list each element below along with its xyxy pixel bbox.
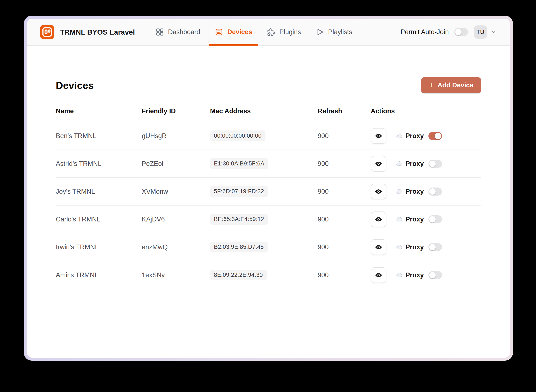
proxy-label: Proxy	[405, 160, 424, 168]
devices-table: Name Friendly ID Mac Address Refresh Act…	[56, 107, 481, 289]
eye-icon	[375, 132, 383, 140]
proxy-toggle[interactable]	[428, 243, 442, 251]
proxy-label: Proxy	[405, 188, 424, 195]
table-row: Carlo's TRMNL KAjDV6 BE:65:3A:E4:59:12 9…	[56, 205, 481, 233]
device-refresh: 900	[318, 243, 371, 251]
column-header-mac-address: Mac Address	[210, 107, 318, 115]
grid-icon	[155, 28, 164, 37]
page-content: Devices + Add Device Name Friendly ID Ma…	[27, 46, 510, 358]
view-device-button[interactable]	[371, 184, 386, 199]
user-initials: TU	[476, 29, 484, 35]
toggle-knob	[429, 188, 436, 195]
cloud-icon	[396, 215, 403, 223]
view-device-button[interactable]	[371, 211, 386, 227]
cloud-icon	[396, 132, 403, 140]
proxy-toggle[interactable]	[428, 215, 442, 223]
device-friendly-id: PeZEol	[142, 160, 210, 168]
table-row: Ben's TRMNL gUHsgR 00:00:00:00:00:00 900…	[56, 122, 481, 150]
add-device-button[interactable]: + Add Device	[421, 77, 481, 93]
device-friendly-id: enzMwQ	[142, 243, 210, 251]
mac-address-badge: BE:65:3A:E4:59:12	[210, 214, 268, 225]
eye-icon	[375, 215, 383, 223]
mac-address-badge: 8E:09:22:2E:94:30	[210, 270, 267, 280]
device-friendly-id: 1exSNv	[142, 271, 210, 279]
eye-icon	[375, 271, 383, 279]
eye-icon	[375, 160, 383, 168]
device-refresh: 900	[318, 188, 371, 195]
cloud-icon	[396, 243, 403, 251]
toggle-knob	[429, 216, 436, 223]
column-header-friendly-id: Friendly ID	[142, 107, 210, 115]
device-refresh: 900	[318, 215, 371, 223]
puzzle-icon	[267, 28, 276, 37]
trmnl-logo-icon	[40, 25, 54, 39]
proxy-label: Proxy	[405, 215, 424, 223]
device-friendly-id: KAjDV6	[142, 215, 210, 223]
device-name: Irwin's TRMNL	[56, 243, 142, 251]
permit-auto-join-toggle[interactable]	[454, 28, 468, 36]
nav-label: Playlists	[328, 28, 352, 36]
cloud-icon	[396, 160, 403, 168]
user-avatar[interactable]: TU	[474, 25, 487, 39]
device-name: Carlo's TRMNL	[56, 215, 142, 223]
cloud-icon	[396, 188, 403, 195]
device-friendly-id: gUHsgR	[142, 132, 210, 140]
table-row: Joy's TRMNL XVMonw 5F:6D:07:19:FD:32 900…	[56, 178, 481, 205]
device-refresh: 900	[318, 271, 371, 279]
proxy-label: Proxy	[405, 243, 424, 251]
proxy-toggle[interactable]	[428, 160, 442, 168]
view-device-button[interactable]	[371, 239, 386, 255]
nav-label: Devices	[227, 28, 252, 36]
cloud-icon	[396, 271, 403, 279]
column-header-actions: Actions	[371, 107, 481, 115]
chevron-down-icon	[490, 29, 497, 35]
nav-item-devices[interactable]: Devices	[214, 19, 253, 45]
plus-icon: +	[429, 81, 434, 89]
nav-item-plugins[interactable]: Plugins	[266, 19, 302, 45]
proxy-label: Proxy	[405, 132, 424, 140]
proxy-toggle[interactable]	[428, 132, 442, 140]
device-refresh: 900	[318, 160, 371, 168]
user-menu-button[interactable]	[490, 29, 497, 35]
proxy-toggle[interactable]	[428, 187, 442, 196]
permit-auto-join-label: Permit Auto-Join	[401, 28, 449, 36]
device-name: Joy's TRMNL	[56, 188, 142, 195]
toggle-knob	[429, 161, 436, 167]
nav-label: Plugins	[279, 28, 301, 36]
app-header: TRMNL BYOS Laravel Dashboard	[27, 19, 510, 46]
mac-address-badge: B2:03:9E:85:D7:45	[210, 242, 268, 252]
nav-item-dashboard[interactable]: Dashboard	[155, 19, 201, 45]
main-nav: Dashboard Devices Plugins	[148, 19, 359, 45]
nav-item-playlists[interactable]: Playlists	[315, 19, 353, 45]
toggle-knob	[429, 244, 436, 250]
app-title: TRMNL BYOS Laravel	[60, 28, 135, 36]
table-row: Astrid's TRMNL PeZEol E1:30:0A:B9:5F:6A …	[56, 150, 481, 178]
view-device-button[interactable]	[371, 267, 386, 283]
proxy-label: Proxy	[405, 271, 424, 279]
table-body: Ben's TRMNL gUHsgR 00:00:00:00:00:00 900…	[56, 122, 481, 289]
table-row: Amir's TRMNL 1exSNv 8E:09:22:2E:94:30 90…	[56, 261, 481, 289]
device-name: Amir's TRMNL	[56, 271, 142, 279]
window-frame: TRMNL BYOS Laravel Dashboard	[24, 16, 513, 361]
device-friendly-id: XVMonw	[142, 188, 210, 195]
toggle-knob	[435, 133, 441, 139]
proxy-toggle[interactable]	[428, 271, 442, 279]
nav-label: Dashboard	[168, 28, 200, 36]
device-name: Astrid's TRMNL	[56, 160, 142, 168]
column-header-refresh: Refresh	[318, 107, 371, 115]
table-row: Irwin's TRMNL enzMwQ B2:03:9E:85:D7:45 9…	[56, 233, 481, 261]
device-refresh: 900	[318, 132, 371, 140]
view-device-button[interactable]	[371, 128, 386, 144]
add-device-label: Add Device	[437, 81, 473, 89]
mac-address-badge: 00:00:00:00:00:00	[210, 131, 265, 141]
table-header: Name Friendly ID Mac Address Refresh Act…	[56, 107, 481, 122]
mac-address-badge: E1:30:0A:B9:5F:6A	[210, 158, 268, 169]
app-logo[interactable]	[40, 25, 54, 39]
app-window: TRMNL BYOS Laravel Dashboard	[27, 19, 510, 358]
toggle-knob	[455, 29, 461, 35]
mac-address-badge: 5F:6D:07:19:FD:32	[210, 186, 268, 197]
device-name: Ben's TRMNL	[56, 132, 142, 140]
column-header-name: Name	[56, 107, 142, 115]
eye-icon	[375, 243, 383, 251]
view-device-button[interactable]	[371, 156, 386, 172]
